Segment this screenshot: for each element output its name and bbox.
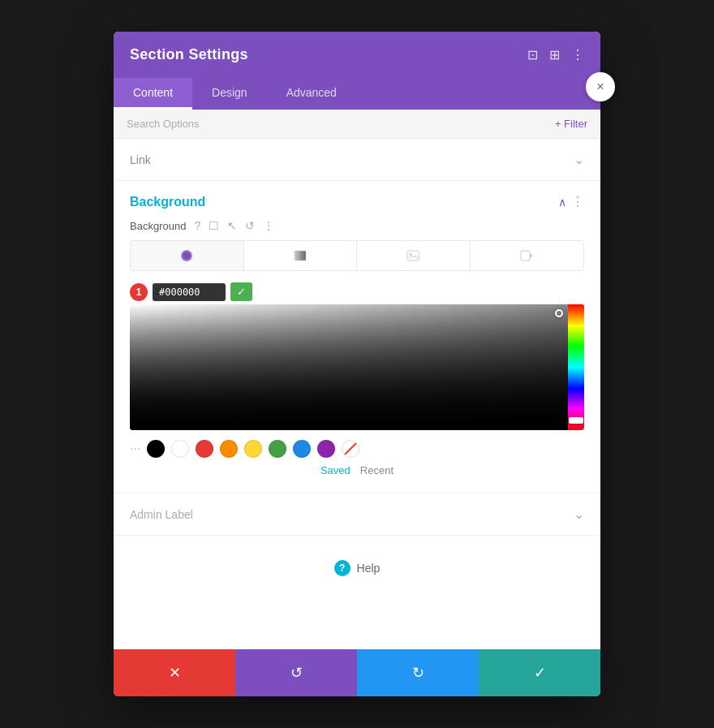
swatch-purple[interactable] bbox=[317, 440, 335, 458]
panel-content: Link ⌄ Background ∧ ⋮ Background ? ☐ bbox=[114, 139, 600, 649]
swatch-orange[interactable] bbox=[220, 440, 238, 458]
filter-button[interactable]: + Filter bbox=[555, 118, 587, 130]
swatch-red[interactable] bbox=[196, 440, 213, 458]
background-header: Background ∧ ⋮ bbox=[130, 194, 584, 209]
background-section: Background ∧ ⋮ Background ? ☐ ↖ ↺ ⋮ bbox=[114, 181, 600, 493]
modal-wrapper: Section Settings ⊡ ⊞ ⋮ Content Design Ad… bbox=[114, 32, 600, 696]
save-button[interactable]: ✓ bbox=[479, 649, 600, 696]
svg-point-2 bbox=[410, 253, 412, 256]
section-settings-modal: Section Settings ⊡ ⊞ ⋮ Content Design Ad… bbox=[114, 32, 600, 696]
swatch-green[interactable] bbox=[269, 440, 286, 458]
link-label: Link bbox=[130, 153, 151, 166]
saturation-value-box[interactable] bbox=[130, 304, 568, 430]
bg-desktop-icon[interactable]: ☐ bbox=[209, 219, 219, 232]
swatch-white[interactable] bbox=[171, 440, 189, 458]
help-row: ? Help bbox=[114, 536, 600, 601]
swatch-blue[interactable] bbox=[293, 440, 311, 458]
undo-button[interactable]: ↺ bbox=[235, 649, 357, 696]
bg-cursor-icon[interactable]: ↖ bbox=[227, 219, 237, 232]
svg-rect-1 bbox=[407, 251, 419, 261]
link-section[interactable]: Link ⌄ bbox=[114, 139, 600, 181]
admin-label-chevron-icon: ⌄ bbox=[574, 506, 584, 522]
spacer bbox=[114, 601, 600, 649]
saved-recent-row: Saved Recent bbox=[130, 464, 584, 476]
more-icon[interactable]: ⋮ bbox=[571, 47, 584, 62]
help-text[interactable]: Help bbox=[357, 562, 381, 575]
svg-rect-0 bbox=[295, 251, 306, 261]
header-icons: ⊡ ⊞ ⋮ bbox=[527, 47, 584, 62]
close-button[interactable]: × bbox=[586, 72, 615, 101]
color-picker-area: 1 ✓ bbox=[130, 282, 584, 430]
background-title: Background bbox=[130, 195, 205, 209]
saturation-handle[interactable] bbox=[555, 309, 563, 317]
bg-type-gradient[interactable] bbox=[244, 241, 358, 270]
grid-icon[interactable]: ⊞ bbox=[549, 47, 560, 62]
color-layer-badge: 1 bbox=[130, 283, 148, 301]
footer-buttons: ✕ ↺ ↻ ✓ bbox=[114, 649, 600, 696]
recent-tab[interactable]: Recent bbox=[360, 464, 394, 476]
svg-rect-3 bbox=[521, 251, 530, 261]
hue-handle[interactable] bbox=[569, 417, 583, 424]
modal-title: Section Settings bbox=[130, 46, 248, 63]
help-icon: ? bbox=[334, 560, 351, 576]
color-swatches-row: ··· bbox=[130, 440, 584, 458]
modal-header: Section Settings ⊡ ⊞ ⋮ bbox=[114, 32, 600, 78]
color-gradient-picker[interactable] bbox=[130, 304, 584, 430]
swatch-black[interactable] bbox=[147, 440, 165, 458]
bg-controls-row: Background ? ☐ ↖ ↺ ⋮ bbox=[130, 219, 584, 232]
background-collapse-icon[interactable]: ∧ bbox=[558, 196, 566, 209]
bg-type-video[interactable] bbox=[471, 241, 584, 270]
admin-label-text: Admin Label bbox=[130, 508, 193, 521]
bg-type-tabs bbox=[130, 240, 584, 271]
bg-header-right: ∧ ⋮ bbox=[558, 194, 584, 209]
bg-label: Background bbox=[130, 220, 186, 232]
search-options-label: Search Options bbox=[127, 118, 200, 130]
color-confirm-button[interactable]: ✓ bbox=[230, 282, 252, 301]
search-bar: Search Options + Filter bbox=[114, 110, 600, 139]
bg-reset-icon[interactable]: ↺ bbox=[245, 219, 255, 232]
tabs-bar: Content Design Advanced bbox=[114, 78, 600, 110]
more-swatches-icon[interactable]: ··· bbox=[130, 442, 140, 456]
cancel-button[interactable]: ✕ bbox=[114, 649, 235, 696]
color-hex-input[interactable] bbox=[153, 283, 226, 301]
tab-advanced[interactable]: Advanced bbox=[267, 78, 356, 110]
bg-options-icon[interactable]: ⋮ bbox=[263, 219, 274, 232]
hue-slider[interactable] bbox=[568, 304, 584, 430]
bg-type-color[interactable] bbox=[131, 241, 244, 270]
expand-icon[interactable]: ⊡ bbox=[527, 47, 538, 62]
swatch-none[interactable] bbox=[342, 440, 359, 458]
link-chevron-icon: ⌄ bbox=[574, 152, 584, 167]
color-input-row: 1 ✓ bbox=[130, 282, 584, 301]
background-more-icon[interactable]: ⋮ bbox=[571, 194, 584, 209]
admin-label-section[interactable]: Admin Label ⌄ bbox=[114, 493, 600, 536]
redo-button[interactable]: ↻ bbox=[357, 649, 479, 696]
tab-design[interactable]: Design bbox=[192, 78, 267, 110]
tab-content[interactable]: Content bbox=[114, 78, 192, 110]
swatch-yellow[interactable] bbox=[244, 440, 262, 458]
bg-type-image[interactable] bbox=[357, 241, 471, 270]
bg-help-icon[interactable]: ? bbox=[194, 219, 200, 232]
saved-tab[interactable]: Saved bbox=[320, 464, 351, 476]
